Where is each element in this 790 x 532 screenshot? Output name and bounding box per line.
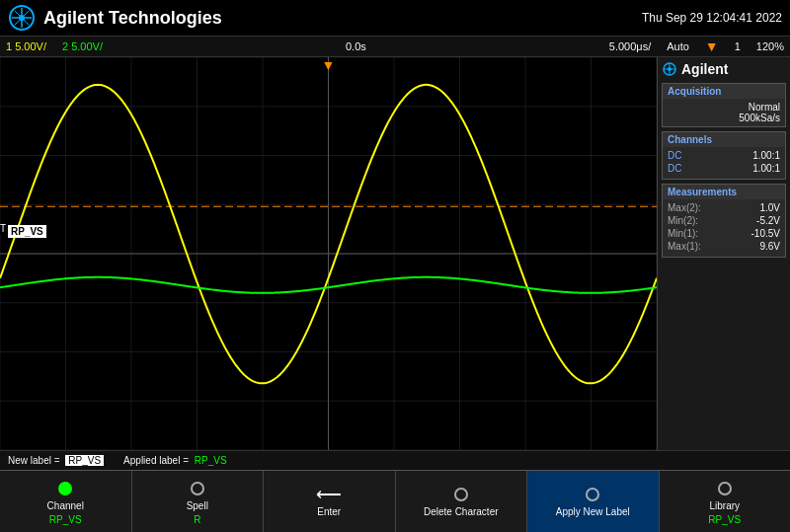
enter-icon-area: ⟵ [319, 485, 339, 504]
spell-sublabel: R [194, 514, 200, 525]
apply-dot-icon [586, 488, 599, 501]
toolbar: Channel RP_VS Spell R ⟵ Enter Delete Cha… [0, 470, 790, 532]
enter-label: Enter [317, 506, 341, 518]
t-marker: T [0, 223, 6, 234]
trigger-marker-icon: ▼ [322, 57, 336, 73]
company-name: Agilent Technologies [43, 8, 222, 29]
toolbar-btn-delete[interactable]: Delete Character [396, 471, 528, 532]
trigger-channel: 1 [735, 40, 741, 52]
enter-arrow-icon: ⟵ [316, 484, 342, 505]
toolbar-btn-library[interactable]: Library RP_VS [660, 471, 791, 532]
ch2-coupling: DC [668, 163, 681, 174]
ch2-indicator: 2 5.00V/ [62, 40, 103, 52]
ch2-row: DC 1.00:1 [668, 163, 780, 174]
trigger-arrow-icon: ▼ [705, 38, 719, 54]
delete-dot-icon [454, 488, 468, 501]
agilent-small-logo-icon [662, 61, 677, 77]
toolbar-btn-enter[interactable]: ⟵ Enter [264, 471, 396, 532]
agilent-logo-icon [8, 4, 36, 32]
acquisition-mode: Normal [668, 102, 780, 113]
channel-sublabel: RP_VS [49, 514, 82, 525]
measurement-row: Max(1):9.6V [668, 241, 780, 252]
right-panel-title: Agilent [681, 61, 728, 77]
svg-point-1 [19, 15, 25, 21]
toolbar-btn-spell[interactable]: Spell R [132, 471, 265, 532]
spell-label: Spell [187, 500, 208, 512]
library-icon-area [715, 479, 735, 498]
acquisition-section: Acquisition Normal 500kSa/s [662, 83, 786, 127]
svg-point-3 [668, 67, 672, 71]
channel-dot-icon [58, 482, 72, 495]
applied-label-prefix: Applied label = RP_VS [123, 455, 226, 466]
applied-label-value: RP_VS [195, 455, 227, 466]
ch1-indicator: 1 5.00V/ [6, 40, 46, 52]
ch1-row: DC 1.00:1 [668, 150, 780, 161]
apply-label: Apply New Label [556, 506, 630, 518]
acquisition-rate: 500kSa/s [668, 113, 780, 123]
toolbar-btn-apply[interactable]: Apply New Label [527, 471, 660, 532]
measurements-list: Max(2):1.0VMin(2):-5.2VMin(1):-10.5VMax(… [668, 202, 780, 252]
status-bar: 1 5.00V/ 2 5.00V/ 0.0s 5.000μs/ Auto ▼ 1… [0, 36, 790, 57]
toolbar-buttons: Channel RP_VS Spell R ⟵ Enter Delete Cha… [0, 471, 790, 532]
delete-icon-area [451, 485, 471, 504]
scope-canvas [0, 57, 657, 450]
channel-icon-area [55, 479, 75, 498]
time-scale: 5.000μs/ [609, 40, 651, 52]
measurements-section: Measurements Max(2):1.0VMin(2):-5.2VMin(… [662, 184, 786, 258]
label-bar: New label = RP_VS Applied label = RP_VS [0, 450, 790, 470]
main-area: ▼ T RP_VS Agilent Acquisition Normal 500… [0, 57, 790, 450]
channels-header: Channels [663, 132, 785, 147]
library-sublabel: RP_VS [708, 514, 741, 525]
library-dot-icon [718, 482, 732, 495]
measurement-row: Min(1):-10.5V [668, 228, 780, 239]
spell-dot-icon [191, 482, 204, 495]
time-position: 0.0s [346, 40, 366, 52]
ch1-scale: 1.00:1 [752, 150, 780, 161]
zoom-level: 120% [756, 40, 784, 52]
channels-section: Channels DC 1.00:1 DC 1.00:1 [662, 131, 786, 180]
new-label-value: RP_VS [65, 455, 104, 466]
ch2-scale: 1.00:1 [752, 163, 780, 174]
ch1-coupling: DC [668, 150, 681, 161]
acquisition-header: Acquisition [663, 84, 785, 99]
measurements-header: Measurements [663, 185, 785, 199]
apply-icon-area [583, 485, 602, 504]
logo-area: Agilent Technologies [8, 4, 222, 32]
delete-label: Delete Character [424, 506, 499, 518]
library-label: Library [709, 500, 740, 512]
toolbar-btn-channel[interactable]: Channel RP_VS [0, 471, 132, 532]
scope-display: ▼ T RP_VS [0, 57, 657, 450]
header: Agilent Technologies Thu Sep 29 12:04:41… [0, 0, 790, 36]
right-panel-header: Agilent [662, 61, 786, 77]
datetime: Thu Sep 29 12:04:41 2022 [642, 11, 782, 25]
channel-label: Channel [47, 500, 84, 512]
right-panel: Agilent Acquisition Normal 500kSa/s Chan… [657, 57, 790, 450]
rp-vs-label: RP_VS [8, 225, 46, 238]
measurement-row: Max(2):1.0V [668, 202, 780, 213]
trigger-mode: Auto [667, 40, 689, 52]
spell-icon-area [188, 479, 207, 498]
new-label-prefix: New label = RP_VS [8, 455, 104, 466]
measurement-row: Min(2):-5.2V [668, 215, 780, 226]
